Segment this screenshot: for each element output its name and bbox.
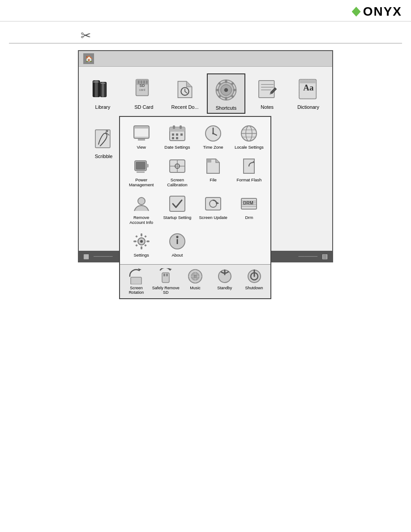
dropdown-item-about[interactable]: i About bbox=[160, 229, 194, 260]
library-icon bbox=[91, 77, 114, 101]
bottom-item-shutdown[interactable]: Shutdown bbox=[240, 268, 268, 295]
svg-rect-22 bbox=[233, 89, 236, 91]
sdcard-icon-wrapper: SD card bbox=[130, 76, 157, 103]
svg-rect-103 bbox=[131, 277, 141, 284]
svg-rect-10 bbox=[138, 81, 139, 84]
format-flash-icon bbox=[239, 156, 259, 176]
sdcard-label: SD Card bbox=[134, 104, 153, 110]
dropdown-item-drm[interactable]: DRM Drm bbox=[232, 192, 266, 227]
svg-rect-96 bbox=[135, 235, 138, 238]
status-right-icon: ▤ bbox=[322, 253, 328, 260]
time-zone-icon bbox=[203, 124, 223, 143]
svg-rect-94 bbox=[133, 240, 137, 242]
dropdown-item-view[interactable]: View bbox=[124, 121, 158, 152]
scribble-icon-wrapper bbox=[90, 125, 117, 152]
status-left-icon: ▦ bbox=[83, 253, 89, 260]
svg-rect-60 bbox=[172, 137, 174, 139]
music-label: Music bbox=[190, 286, 201, 290]
svg-point-80 bbox=[138, 197, 145, 205]
svg-rect-81 bbox=[170, 196, 185, 211]
about-label: About bbox=[171, 253, 183, 257]
logo-leaf bbox=[352, 7, 361, 17]
power-management-icon bbox=[132, 156, 151, 176]
main-content: 🏠 Library bbox=[0, 50, 411, 262]
bottom-item-standby[interactable]: Standby bbox=[210, 268, 239, 295]
svg-rect-27 bbox=[259, 81, 274, 98]
dropdown-item-settings[interactable]: Settings bbox=[124, 229, 158, 260]
bottom-item-music[interactable]: Music bbox=[181, 268, 210, 295]
svg-rect-11 bbox=[141, 81, 142, 84]
dictionary-icon: Aa bbox=[297, 77, 320, 101]
app-item-sdcard[interactable]: SD card SD Card bbox=[124, 73, 163, 114]
tools-icon: ✂ bbox=[81, 29, 91, 43]
onyx-logo: ONYX bbox=[352, 4, 402, 19]
app-item-shortcuts[interactable]: Shortcuts bbox=[207, 73, 246, 114]
dropdown-item-file[interactable]: File bbox=[197, 154, 230, 189]
screen-update-label: Screen Update bbox=[199, 215, 227, 220]
svg-rect-57 bbox=[172, 133, 174, 136]
library-label: Library bbox=[95, 104, 111, 110]
app-item-notes[interactable]: Notes bbox=[248, 73, 287, 114]
dropdown-item-format-flash[interactable]: Format Flash bbox=[232, 154, 266, 189]
sdcard-icon: SD card bbox=[132, 77, 155, 101]
shortcuts-label: Shortcuts bbox=[216, 105, 236, 111]
recent-docs-icon bbox=[173, 77, 197, 101]
remove-account-info-label: Remove Account Info bbox=[127, 215, 156, 225]
format-flash-label: Format Flash bbox=[236, 177, 261, 182]
dropdown-item-locale-settings[interactable]: Locale Settings bbox=[232, 121, 266, 152]
device-screen: 🏠 Library bbox=[78, 50, 333, 262]
svg-rect-35 bbox=[95, 130, 110, 148]
svg-rect-61 bbox=[176, 137, 178, 139]
app-grid: Library SD card SD Card bbox=[79, 67, 332, 120]
svg-point-91 bbox=[140, 240, 143, 243]
settings-icon bbox=[132, 232, 151, 251]
dropdown-item-power-management[interactable]: Power Management bbox=[124, 154, 158, 189]
notes-label: Notes bbox=[261, 104, 274, 110]
recent-docs-icon-wrapper bbox=[171, 76, 198, 103]
svg-point-102 bbox=[176, 236, 178, 238]
startup-setting-label: Startup Setting bbox=[163, 215, 191, 220]
svg-point-18 bbox=[224, 88, 228, 92]
page-divider bbox=[9, 43, 402, 43]
file-label: File bbox=[210, 177, 216, 182]
bottom-item-safely-remove-sd[interactable]: Safely Remove SD bbox=[152, 268, 180, 295]
bottom-item-screen-rotation[interactable]: Screen Rotation bbox=[122, 268, 150, 295]
svg-rect-13 bbox=[146, 81, 147, 84]
date-settings-icon bbox=[167, 124, 187, 143]
svg-point-36 bbox=[106, 130, 108, 132]
dropdown-item-remove-account-info[interactable]: Remove Account Info bbox=[124, 192, 158, 227]
dictionary-label: Dictionary bbox=[297, 104, 319, 110]
svg-rect-59 bbox=[180, 133, 183, 136]
dropdown-item-screen-calibration[interactable]: Screen Calibration bbox=[160, 154, 194, 189]
about-icon: i bbox=[167, 232, 187, 251]
svg-rect-51 bbox=[135, 127, 148, 129]
logo-text: ONYX bbox=[363, 4, 402, 19]
screen-rotation-label: Screen Rotation bbox=[122, 286, 150, 295]
svg-rect-54 bbox=[170, 127, 185, 132]
home-bar: 🏠 bbox=[79, 51, 332, 67]
dropdown-item-time-zone[interactable]: Time Zone bbox=[197, 121, 230, 152]
svg-rect-20 bbox=[225, 97, 227, 100]
svg-rect-93 bbox=[141, 246, 142, 249]
svg-rect-56 bbox=[180, 125, 182, 129]
svg-rect-104 bbox=[162, 273, 169, 283]
home-icon[interactable]: 🏠 bbox=[83, 53, 94, 64]
svg-text:Aa: Aa bbox=[303, 83, 314, 92]
app-item-scribble[interactable]: Scribble bbox=[83, 123, 124, 161]
locale-settings-icon bbox=[239, 124, 259, 143]
screen-calibration-label: Screen Calibration bbox=[163, 177, 192, 187]
music-icon bbox=[187, 268, 203, 284]
settings-label: Settings bbox=[133, 253, 149, 257]
shortcuts-icon-wrapper bbox=[213, 77, 240, 103]
screen-rotation-icon bbox=[128, 268, 144, 284]
app-item-recent-docs[interactable]: Recent Do... bbox=[166, 73, 205, 114]
svg-rect-73 bbox=[136, 162, 146, 170]
app-item-library[interactable]: Library bbox=[83, 73, 122, 114]
dropdown-item-screen-update[interactable]: Screen Update bbox=[197, 192, 230, 227]
locale-settings-label: Locale Settings bbox=[235, 145, 264, 150]
safely-remove-sd-icon bbox=[158, 268, 174, 284]
dropdown-item-date-settings[interactable]: Date Settings bbox=[160, 121, 194, 152]
dropdown-item-startup-setting[interactable]: Startup Setting bbox=[160, 192, 194, 227]
file-icon bbox=[203, 156, 223, 176]
app-item-dictionary[interactable]: Aa Dictionary bbox=[289, 73, 328, 114]
